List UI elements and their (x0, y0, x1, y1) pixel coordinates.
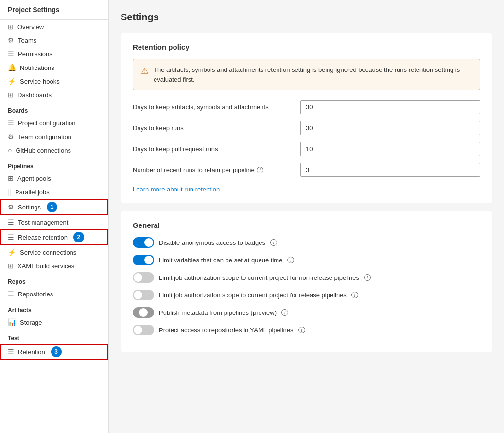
sidebar-item-notifications[interactable]: 🔔 Notifications (0, 61, 108, 74)
sidebar-item-project-config[interactable]: ☰ Project configuration (0, 116, 108, 130)
retention-badge: 3 (51, 346, 62, 357)
protect-repos-toggle[interactable] (133, 325, 154, 335)
sidebar-item-service-hooks[interactable]: ⚡ Service hooks (0, 74, 108, 88)
teams-icon: ⚙ (8, 36, 14, 44)
sidebar-item-label: Permissions (18, 51, 52, 58)
sidebar-item-dashboards[interactable]: ⊞ Dashboards (0, 88, 108, 102)
sidebar-item-label: Service hooks (20, 78, 60, 85)
days-pr-runs-row: Days to keep pull request runs (133, 142, 480, 156)
sidebar-item-label: Dashboards (17, 91, 52, 99)
sidebar-item-storage[interactable]: 📊 Storage (0, 315, 108, 329)
sidebar-item-parallel-jobs[interactable]: ∥ Parallel jobs (0, 185, 108, 199)
sidebar-item-service-connections[interactable]: ⚡ Service connections (0, 245, 108, 259)
toggle-row-anonymous-badges: Disable anonymous access to badges i (133, 237, 480, 248)
limit-variables-label: Limit variables that can be set at queue… (159, 257, 282, 264)
protect-repos-info-icon[interactable]: i (298, 327, 305, 333)
sidebar-item-label: Team configuration (18, 133, 71, 140)
sidebar-item-teams[interactable]: ⚙ Teams (0, 34, 108, 47)
sidebar-item-repositories[interactable]: ☰ Repositories (0, 287, 108, 301)
sidebar-item-label: Parallel jobs (15, 189, 50, 196)
page-title: Settings (121, 12, 492, 23)
warning-box: ⚠ The artifacts, symbols and attachments… (133, 59, 480, 90)
recent-runs-input[interactable] (300, 163, 480, 177)
retention-icon: ☰ (8, 348, 14, 356)
boards-section-label: Boards (0, 102, 108, 116)
retention-policy-title: Retention policy (133, 43, 480, 51)
github-icon: ○ (8, 146, 12, 154)
repositories-icon: ☰ (8, 290, 14, 298)
sidebar-item-github-connections[interactable]: ○ GitHub connections (0, 143, 108, 157)
sidebar-item-retention[interactable]: ☰ Retention 3 (0, 344, 108, 360)
warning-icon: ⚠ (141, 66, 149, 76)
days-runs-row: Days to keep runs (133, 121, 480, 135)
publish-metadata-toggle[interactable] (133, 307, 154, 318)
non-release-scope-toggle[interactable] (133, 272, 154, 283)
days-artifacts-input[interactable] (300, 100, 480, 114)
limit-variables-toggle[interactable] (133, 255, 154, 265)
sidebar-item-label: Project configuration (18, 120, 76, 127)
anonymous-badges-info-icon[interactable]: i (270, 239, 277, 246)
xaml-build-icon: ⊞ (8, 262, 14, 270)
agent-pools-icon: ⊞ (8, 174, 14, 182)
sidebar-item-team-config[interactable]: ⚙ Team configuration (0, 130, 108, 143)
protect-repos-label: Protect access to repositories in YAML p… (159, 327, 294, 334)
general-card: General Disable anonymous access to badg… (121, 211, 492, 352)
toggle-row-non-release-scope: Limit job authorization scope to current… (133, 272, 480, 283)
warning-text: The artifacts, symbols and attachments r… (154, 65, 472, 84)
permissions-icon: ☰ (8, 50, 14, 58)
sidebar-item-label: Release retention (18, 234, 68, 241)
days-pr-runs-input[interactable] (300, 142, 480, 156)
sidebar-item-label: Notifications (20, 64, 54, 71)
sidebar-header: Project Settings (0, 0, 108, 20)
storage-icon: 📊 (8, 318, 16, 326)
sidebar-item-release-retention[interactable]: ☰ Release retention 2 (0, 229, 108, 245)
recent-runs-info-icon[interactable]: i (257, 167, 263, 173)
service-hooks-icon: ⚡ (8, 77, 16, 85)
sidebar-item-label: Storage (20, 319, 42, 326)
test-management-icon: ☰ (8, 218, 14, 226)
anonymous-badges-toggle[interactable] (133, 237, 154, 248)
sidebar-item-label: Repositories (18, 291, 53, 298)
dashboards-icon: ⊞ (8, 91, 14, 99)
release-retention-badge: 2 (73, 232, 84, 242)
days-artifacts-label: Days to keep artifacts, symbols and atta… (133, 104, 300, 111)
parallel-jobs-icon: ∥ (8, 188, 11, 196)
repos-section-label: Repos (0, 273, 108, 287)
publish-metadata-info-icon[interactable]: i (281, 309, 288, 316)
days-artifacts-row: Days to keep artifacts, symbols and atta… (133, 100, 480, 114)
publish-metadata-label: Publish metadata from pipelines (preview… (159, 309, 277, 316)
sidebar-item-label: Test management (18, 219, 68, 226)
team-config-icon: ⚙ (8, 133, 14, 140)
sidebar-item-agent-pools[interactable]: ⊞ Agent pools (0, 172, 108, 185)
anonymous-badges-label: Disable anonymous access to badges (159, 239, 265, 246)
general-title: General (133, 221, 480, 229)
sidebar-item-permissions[interactable]: ☰ Permissions (0, 47, 108, 61)
pipelines-section-label: Pipelines (0, 157, 108, 172)
overview-icon: ⊞ (8, 23, 14, 31)
non-release-scope-info-icon[interactable]: i (364, 274, 371, 281)
sidebar-item-test-management[interactable]: ☰ Test management (0, 215, 108, 229)
release-scope-info-icon[interactable]: i (351, 292, 358, 298)
sidebar-item-settings[interactable]: ⚙ Settings 1 (0, 199, 108, 215)
sidebar-item-overview[interactable]: ⊞ Overview (0, 20, 108, 34)
project-config-icon: ☰ (8, 119, 14, 127)
settings-icon: ⚙ (8, 203, 14, 211)
limit-variables-info-icon[interactable]: i (287, 257, 294, 263)
toggle-row-release-scope: Limit job authorization scope to current… (133, 290, 480, 300)
recent-runs-row: Number of recent runs to retain per pipe… (133, 163, 480, 177)
sidebar-item-label: Retention (18, 348, 45, 356)
toggle-row-publish-metadata: Publish metadata from pipelines (preview… (133, 307, 480, 318)
learn-more-link[interactable]: Learn more about run retention (133, 186, 220, 193)
sidebar-item-label: Service connections (20, 249, 76, 256)
service-connections-icon: ⚡ (8, 248, 16, 256)
recent-runs-label: Number of recent runs to retain per pipe… (133, 166, 300, 173)
main-content: Settings Retention policy ⚠ The artifact… (109, 0, 504, 433)
retention-policy-card: Retention policy ⚠ The artifacts, symbol… (121, 33, 492, 203)
sidebar-item-xaml-build[interactable]: ⊞ XAML build services (0, 259, 108, 273)
toggle-row-limit-variables: Limit variables that can be set at queue… (133, 255, 480, 265)
notifications-icon: 🔔 (8, 64, 16, 71)
days-pr-runs-label: Days to keep pull request runs (133, 145, 300, 153)
release-scope-toggle[interactable] (133, 290, 154, 300)
days-runs-input[interactable] (300, 121, 480, 135)
release-retention-icon: ☰ (8, 233, 14, 241)
